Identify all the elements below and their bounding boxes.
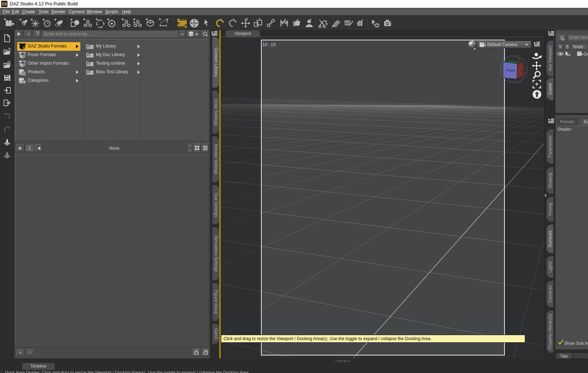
svg-text:S: S bbox=[23, 46, 25, 50]
svg-text:Front: Front bbox=[506, 68, 515, 73]
svg-text:S: S bbox=[88, 71, 90, 73]
svg-text:DS: DS bbox=[1, 2, 7, 6]
svg-text:S: S bbox=[88, 62, 90, 65]
svg-text:S: S bbox=[88, 45, 90, 48]
svg-text:S: S bbox=[88, 54, 90, 56]
